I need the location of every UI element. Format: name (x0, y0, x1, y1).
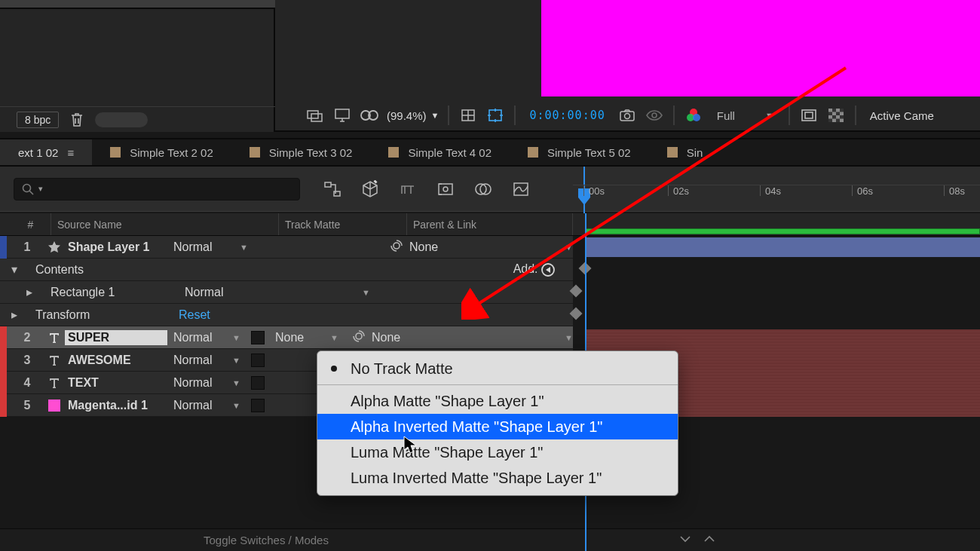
motion-blur-icon[interactable] (436, 179, 455, 199)
svg-point-34 (356, 333, 362, 339)
magnify-icon[interactable] (305, 106, 325, 125)
label-color[interactable] (0, 394, 7, 417)
track-matte-menu: No Track Matte Alpha Matte "Shape Layer … (317, 350, 678, 496)
col-track-matte[interactable]: Track Matte (279, 213, 407, 235)
text-icon (44, 354, 65, 366)
menu-alpha-inverted-matte[interactable]: Alpha Inverted Matte "Shape Layer 1" (317, 414, 678, 439)
time-tick: 06s (852, 185, 873, 196)
blend-mode-dropdown[interactable]: Normal▼ (167, 331, 247, 344)
separator (855, 106, 856, 125)
layer-row-selected[interactable]: 2 SUPER Normal▼ None▼ None▼ (0, 326, 573, 349)
tab-label: ext 1 02 (18, 146, 58, 159)
monitor-icon[interactable] (332, 106, 352, 125)
transform-label: Transform (22, 308, 179, 322)
twirl-right-icon[interactable]: ▸ (22, 285, 37, 299)
tab-label: Simple Text 2 02 (130, 146, 213, 159)
menu-luma-matte[interactable]: Luma Matte "Shape Layer 1" (317, 439, 678, 465)
active-camera-dropdown[interactable]: Active Came (865, 109, 934, 122)
group-label: Contents (22, 263, 179, 277)
layer-index: 2 (11, 331, 44, 344)
layer-index: 4 (11, 376, 44, 390)
svg-rect-2 (335, 109, 349, 118)
svg-line-35 (475, 68, 846, 306)
time-tick: 08s (944, 185, 965, 196)
layer-index: 3 (11, 354, 44, 367)
twirl-right-icon[interactable]: ▸ (7, 308, 22, 322)
zoom-value: (99.4%) (387, 109, 427, 122)
label-color[interactable] (0, 372, 7, 394)
blend-mode-dropdown[interactable]: Normal▼ (167, 399, 247, 412)
star-icon (44, 240, 65, 254)
trash-icon[interactable] (69, 112, 84, 128)
bottom-bar: Toggle Switches / Modes (0, 528, 980, 551)
twirl-down-icon[interactable]: ▾ (7, 262, 22, 277)
project-footer: 8 bpc (0, 106, 275, 132)
col-number[interactable]: # (11, 213, 51, 235)
reset-link[interactable]: Reset (179, 308, 210, 322)
chevron-down-icon: ▼ (431, 111, 439, 120)
menu-no-track-matte[interactable]: No Track Matte (317, 356, 678, 381)
track-matte-toggle[interactable] (251, 399, 265, 412)
annotation-arrow (461, 63, 853, 322)
pickwhip-icon[interactable] (352, 329, 366, 346)
svg-point-28 (443, 187, 448, 191)
separator (448, 106, 449, 125)
rect-label: Rectangle 1 (37, 286, 179, 299)
menu-icon[interactable]: ≡ (67, 146, 74, 159)
project-panel: 8 bpc (0, 0, 275, 132)
blend-mode-dropdown[interactable]: Normal▼ (167, 354, 247, 367)
svg-rect-0 (308, 111, 318, 118)
mask-icon[interactable] (360, 106, 379, 125)
draft3d-icon[interactable] (360, 179, 380, 199)
comp-icon (250, 147, 260, 158)
pickwhip-icon[interactable] (390, 239, 403, 256)
layer-name[interactable]: AWESOME (65, 354, 167, 367)
layer-name[interactable]: TEXT (65, 376, 167, 390)
svg-point-32 (394, 243, 400, 249)
comp-icon (388, 147, 399, 158)
menu-alpha-matte[interactable]: Alpha Matte "Shape Layer 1" (317, 388, 678, 414)
layer-name[interactable]: Magenta...id 1 (65, 399, 167, 412)
track-matte-toggle[interactable] (251, 354, 265, 367)
zoom-dropdown[interactable]: (99.4%) ▼ (387, 109, 439, 122)
toggle-switches-button[interactable]: Toggle Switches / Modes (204, 534, 329, 546)
layer-index: 5 (11, 399, 44, 412)
svg-rect-25 (325, 182, 331, 187)
layer-name[interactable]: Shape Layer 1 (65, 240, 167, 254)
menu-separator (317, 384, 678, 385)
track-matte-dropdown[interactable]: None▼ (269, 331, 345, 344)
svg-rect-26 (334, 191, 340, 196)
label-color[interactable] (0, 236, 7, 259)
blend-mode-dropdown[interactable]: Normal▼ (179, 286, 376, 299)
cursor-icon (403, 436, 418, 458)
search-input[interactable]: ▾ (14, 178, 300, 201)
footer-slider[interactable] (95, 112, 148, 127)
mini-flowchart-icon[interactable] (323, 179, 342, 199)
bpc-indicator[interactable]: 8 bpc (17, 112, 59, 128)
track-matte-toggle[interactable] (251, 376, 265, 390)
blend-mode-dropdown[interactable]: Normal▼ (167, 240, 254, 254)
zoom-out-icon[interactable] (678, 532, 692, 548)
tab-item[interactable]: Simple Text 3 02 (231, 139, 371, 165)
project-header-bar (0, 0, 275, 9)
label-color[interactable] (0, 326, 7, 349)
col-source-name[interactable]: Source Name (51, 213, 279, 235)
svg-rect-27 (439, 184, 452, 194)
svg-rect-1 (311, 114, 322, 121)
text-icon (44, 332, 65, 344)
menu-luma-inverted-matte[interactable]: Luma Inverted Matte "Shape Layer 1" (317, 465, 678, 491)
comp-icon (110, 147, 121, 158)
label-color[interactable] (0, 349, 7, 372)
layer-index: 1 (11, 240, 44, 254)
tab-label: Simple Text 3 02 (269, 146, 353, 159)
tab-item[interactable]: Simple Text 2 02 (92, 139, 231, 165)
zoom-in-icon[interactable] (703, 532, 716, 548)
layer-name[interactable]: SUPER (65, 330, 167, 345)
parent-dropdown[interactable]: None▼ (345, 329, 573, 346)
track-matte-toggle[interactable] (251, 331, 265, 344)
solid-icon (44, 399, 65, 412)
blend-mode-dropdown[interactable]: Normal▼ (167, 376, 247, 390)
text-icon (44, 377, 65, 389)
tab-active[interactable]: ext 1 02 ≡ (0, 139, 92, 165)
framebend-icon[interactable] (398, 179, 418, 199)
